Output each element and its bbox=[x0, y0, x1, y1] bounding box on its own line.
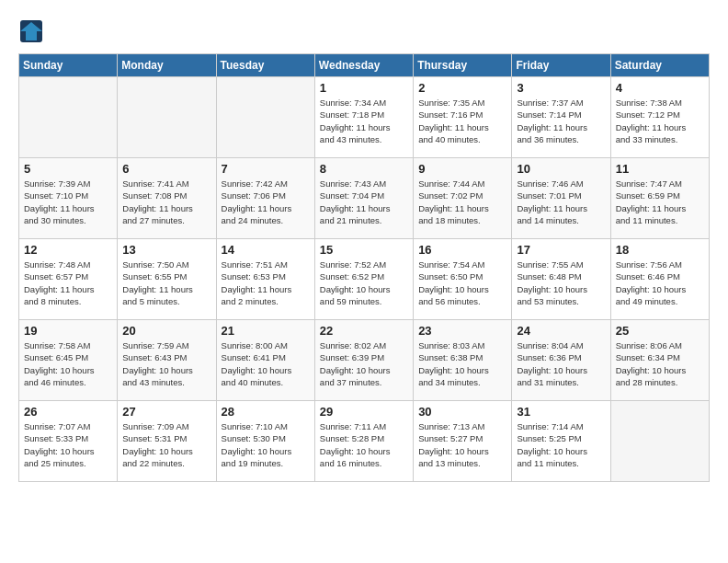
weekday-header-tuesday: Tuesday bbox=[216, 54, 314, 77]
day-number: 17 bbox=[517, 243, 605, 257]
calendar-cell: 1Sunrise: 7:34 AM Sunset: 7:18 PM Daylig… bbox=[314, 77, 413, 158]
day-number: 18 bbox=[616, 243, 704, 257]
day-number: 21 bbox=[222, 324, 310, 338]
weekday-header-row: SundayMondayTuesdayWednesdayThursdayFrid… bbox=[19, 54, 710, 77]
logo bbox=[18, 18, 48, 44]
day-info: Sunrise: 8:02 AM Sunset: 6:39 PM Dayligh… bbox=[320, 339, 408, 388]
calendar-cell: 17Sunrise: 7:55 AM Sunset: 6:48 PM Dayli… bbox=[512, 239, 610, 320]
day-info: Sunrise: 7:51 AM Sunset: 6:53 PM Dayligh… bbox=[222, 259, 310, 307]
calendar-cell: 2Sunrise: 7:35 AM Sunset: 7:16 PM Daylig… bbox=[414, 77, 512, 158]
day-number: 22 bbox=[320, 324, 408, 338]
day-number: 28 bbox=[222, 405, 310, 419]
calendar-cell: 11Sunrise: 7:47 AM Sunset: 6:59 PM Dayli… bbox=[610, 158, 709, 239]
day-info: Sunrise: 7:56 AM Sunset: 6:46 PM Dayligh… bbox=[616, 259, 704, 307]
calendar-cell: 4Sunrise: 7:38 AM Sunset: 7:12 PM Daylig… bbox=[610, 77, 709, 158]
calendar-week-row: 5Sunrise: 7:39 AM Sunset: 7:10 PM Daylig… bbox=[19, 158, 710, 239]
day-info: Sunrise: 7:39 AM Sunset: 7:10 PM Dayligh… bbox=[24, 178, 112, 226]
day-info: Sunrise: 7:42 AM Sunset: 7:06 PM Dayligh… bbox=[222, 178, 310, 226]
day-number: 6 bbox=[122, 162, 210, 176]
weekday-header-monday: Monday bbox=[118, 54, 216, 77]
day-number: 13 bbox=[122, 243, 210, 257]
day-number: 8 bbox=[320, 162, 408, 176]
calendar-cell: 19Sunrise: 7:58 AM Sunset: 6:45 PM Dayli… bbox=[19, 320, 118, 401]
day-number: 30 bbox=[418, 405, 506, 419]
calendar-cell bbox=[19, 77, 118, 158]
calendar-cell: 29Sunrise: 7:11 AM Sunset: 5:28 PM Dayli… bbox=[314, 401, 413, 482]
calendar-cell: 7Sunrise: 7:42 AM Sunset: 7:06 PM Daylig… bbox=[216, 158, 314, 239]
calendar-cell: 13Sunrise: 7:50 AM Sunset: 6:55 PM Dayli… bbox=[118, 239, 216, 320]
calendar-cell: 30Sunrise: 7:13 AM Sunset: 5:27 PM Dayli… bbox=[414, 401, 512, 482]
calendar-cell: 8Sunrise: 7:43 AM Sunset: 7:04 PM Daylig… bbox=[314, 158, 413, 239]
day-number: 24 bbox=[517, 324, 605, 338]
day-info: Sunrise: 7:52 AM Sunset: 6:52 PM Dayligh… bbox=[320, 259, 408, 307]
day-number: 19 bbox=[24, 324, 112, 338]
calendar-cell: 23Sunrise: 8:03 AM Sunset: 6:38 PM Dayli… bbox=[414, 320, 512, 401]
day-number: 10 bbox=[517, 162, 605, 176]
calendar-cell bbox=[118, 77, 216, 158]
calendar-cell bbox=[610, 401, 709, 482]
day-number: 7 bbox=[222, 162, 310, 176]
day-number: 23 bbox=[418, 324, 506, 338]
day-info: Sunrise: 7:14 AM Sunset: 5:25 PM Dayligh… bbox=[517, 420, 605, 469]
day-info: Sunrise: 8:04 AM Sunset: 6:36 PM Dayligh… bbox=[517, 339, 605, 388]
logo-icon bbox=[18, 18, 44, 44]
calendar-week-row: 19Sunrise: 7:58 AM Sunset: 6:45 PM Dayli… bbox=[19, 320, 710, 401]
day-info: Sunrise: 7:46 AM Sunset: 7:01 PM Dayligh… bbox=[517, 178, 605, 226]
calendar-cell: 3Sunrise: 7:37 AM Sunset: 7:14 PM Daylig… bbox=[512, 77, 610, 158]
calendar-cell: 31Sunrise: 7:14 AM Sunset: 5:25 PM Dayli… bbox=[512, 401, 610, 482]
day-number: 14 bbox=[222, 243, 310, 257]
weekday-header-sunday: Sunday bbox=[19, 54, 118, 77]
day-number: 16 bbox=[418, 243, 506, 257]
day-info: Sunrise: 7:37 AM Sunset: 7:14 PM Dayligh… bbox=[517, 97, 605, 145]
calendar-cell: 27Sunrise: 7:09 AM Sunset: 5:31 PM Dayli… bbox=[118, 401, 216, 482]
day-info: Sunrise: 7:09 AM Sunset: 5:31 PM Dayligh… bbox=[122, 420, 210, 469]
weekday-header-wednesday: Wednesday bbox=[314, 54, 413, 77]
calendar-cell: 9Sunrise: 7:44 AM Sunset: 7:02 PM Daylig… bbox=[414, 158, 512, 239]
day-number: 3 bbox=[517, 81, 605, 95]
day-number: 29 bbox=[320, 405, 408, 419]
day-info: Sunrise: 7:07 AM Sunset: 5:33 PM Dayligh… bbox=[24, 420, 112, 469]
calendar-week-row: 26Sunrise: 7:07 AM Sunset: 5:33 PM Dayli… bbox=[19, 401, 710, 482]
day-info: Sunrise: 7:58 AM Sunset: 6:45 PM Dayligh… bbox=[24, 339, 112, 388]
page-header bbox=[18, 18, 710, 44]
day-info: Sunrise: 7:10 AM Sunset: 5:30 PM Dayligh… bbox=[222, 420, 310, 469]
day-number: 9 bbox=[418, 162, 506, 176]
day-number: 1 bbox=[320, 81, 408, 95]
weekday-header-saturday: Saturday bbox=[610, 54, 709, 77]
calendar-cell: 5Sunrise: 7:39 AM Sunset: 7:10 PM Daylig… bbox=[19, 158, 118, 239]
day-info: Sunrise: 7:41 AM Sunset: 7:08 PM Dayligh… bbox=[122, 178, 210, 226]
day-number: 15 bbox=[320, 243, 408, 257]
weekday-header-friday: Friday bbox=[512, 54, 610, 77]
day-info: Sunrise: 7:59 AM Sunset: 6:43 PM Dayligh… bbox=[122, 339, 210, 388]
day-info: Sunrise: 7:11 AM Sunset: 5:28 PM Dayligh… bbox=[320, 420, 408, 469]
calendar-cell: 12Sunrise: 7:48 AM Sunset: 6:57 PM Dayli… bbox=[19, 239, 118, 320]
day-number: 5 bbox=[24, 162, 112, 176]
day-info: Sunrise: 7:35 AM Sunset: 7:16 PM Dayligh… bbox=[418, 97, 506, 145]
calendar-cell: 18Sunrise: 7:56 AM Sunset: 6:46 PM Dayli… bbox=[610, 239, 709, 320]
calendar-cell: 15Sunrise: 7:52 AM Sunset: 6:52 PM Dayli… bbox=[314, 239, 413, 320]
day-info: Sunrise: 7:43 AM Sunset: 7:04 PM Dayligh… bbox=[320, 178, 408, 226]
day-info: Sunrise: 7:55 AM Sunset: 6:48 PM Dayligh… bbox=[517, 259, 605, 307]
day-number: 26 bbox=[24, 405, 112, 419]
day-number: 2 bbox=[418, 81, 506, 95]
day-info: Sunrise: 8:06 AM Sunset: 6:34 PM Dayligh… bbox=[616, 339, 704, 388]
day-info: Sunrise: 7:34 AM Sunset: 7:18 PM Dayligh… bbox=[320, 97, 408, 145]
day-number: 12 bbox=[24, 243, 112, 257]
day-info: Sunrise: 7:54 AM Sunset: 6:50 PM Dayligh… bbox=[418, 259, 506, 307]
calendar-cell: 6Sunrise: 7:41 AM Sunset: 7:08 PM Daylig… bbox=[118, 158, 216, 239]
day-info: Sunrise: 7:48 AM Sunset: 6:57 PM Dayligh… bbox=[24, 259, 112, 307]
day-info: Sunrise: 8:03 AM Sunset: 6:38 PM Dayligh… bbox=[418, 339, 506, 388]
day-number: 31 bbox=[517, 405, 605, 419]
day-info: Sunrise: 7:44 AM Sunset: 7:02 PM Dayligh… bbox=[418, 178, 506, 226]
day-info: Sunrise: 7:47 AM Sunset: 6:59 PM Dayligh… bbox=[616, 178, 704, 226]
day-info: Sunrise: 7:13 AM Sunset: 5:27 PM Dayligh… bbox=[418, 420, 506, 469]
calendar-cell: 10Sunrise: 7:46 AM Sunset: 7:01 PM Dayli… bbox=[512, 158, 610, 239]
calendar-cell: 24Sunrise: 8:04 AM Sunset: 6:36 PM Dayli… bbox=[512, 320, 610, 401]
calendar-cell: 28Sunrise: 7:10 AM Sunset: 5:30 PM Dayli… bbox=[216, 401, 314, 482]
weekday-header-thursday: Thursday bbox=[414, 54, 512, 77]
day-number: 4 bbox=[616, 81, 704, 95]
day-info: Sunrise: 8:00 AM Sunset: 6:41 PM Dayligh… bbox=[222, 339, 310, 388]
calendar-cell: 26Sunrise: 7:07 AM Sunset: 5:33 PM Dayli… bbox=[19, 401, 118, 482]
calendar-cell: 20Sunrise: 7:59 AM Sunset: 6:43 PM Dayli… bbox=[118, 320, 216, 401]
day-number: 27 bbox=[122, 405, 210, 419]
